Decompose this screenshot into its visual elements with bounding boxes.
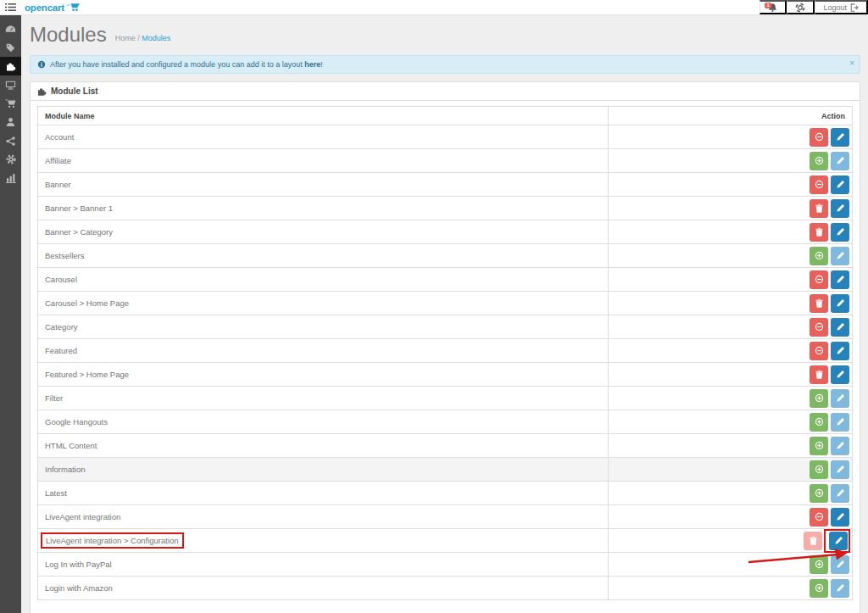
edit-inactive-button[interactable] bbox=[831, 484, 849, 503]
pencil-icon bbox=[834, 536, 843, 545]
pencil-icon bbox=[836, 488, 845, 498]
edit-inactive-button[interactable] bbox=[831, 413, 849, 432]
install-button[interactable] bbox=[810, 413, 828, 432]
module-name: Latest bbox=[45, 488, 67, 498]
close-icon[interactable]: × bbox=[849, 59, 854, 68]
sidebar-item-design[interactable] bbox=[0, 75, 21, 94]
edit-button[interactable] bbox=[831, 318, 849, 337]
uninstall-button[interactable] bbox=[810, 318, 828, 337]
edit-inactive-button[interactable] bbox=[831, 579, 849, 598]
sidebar-item-catalog[interactable] bbox=[0, 38, 21, 57]
support-button[interactable] bbox=[787, 0, 815, 14]
uninstall-button[interactable] bbox=[810, 508, 828, 527]
header-actions: 1 Logout bbox=[760, 0, 868, 14]
module-table: Module Name Action Account Affiliate Ban… bbox=[37, 106, 853, 600]
edit-button[interactable] bbox=[831, 128, 849, 147]
edit-button[interactable] bbox=[831, 176, 849, 194]
opencart-logo[interactable]: opencart bbox=[25, 3, 81, 13]
life-ring-icon bbox=[795, 3, 805, 13]
sidebar-item-system[interactable] bbox=[0, 150, 21, 169]
edit-button[interactable] bbox=[831, 270, 849, 289]
page-head: Modules Home / Modules bbox=[30, 25, 860, 45]
pencil-icon bbox=[836, 275, 845, 284]
table-row: Category bbox=[38, 315, 853, 339]
sidebar-item-customers[interactable] bbox=[0, 113, 21, 131]
sidebar-item-sales[interactable] bbox=[0, 94, 21, 113]
install-button[interactable] bbox=[810, 555, 828, 574]
module-name: Banner > Category bbox=[45, 227, 113, 237]
minus-circle-icon bbox=[815, 346, 824, 355]
edit-inactive-button[interactable] bbox=[831, 460, 849, 479]
install-button[interactable] bbox=[810, 460, 828, 479]
module-table-body: Account Affiliate Banner Banner > Banner… bbox=[38, 125, 853, 600]
edit-button[interactable] bbox=[831, 223, 849, 242]
alert-text: After you have installed and configured … bbox=[50, 60, 323, 69]
table-row: Log In with PayPal bbox=[38, 553, 853, 577]
logo-text: opencart bbox=[25, 3, 64, 13]
sidebar bbox=[0, 15, 21, 613]
module-list-panel: Module List Module Name Action Account A… bbox=[30, 81, 860, 613]
edit-button[interactable] bbox=[831, 365, 849, 384]
edit-inactive-button[interactable] bbox=[831, 247, 849, 265]
uninstall-button[interactable] bbox=[810, 176, 828, 194]
shopping-cart-icon bbox=[5, 98, 16, 109]
edit-inactive-button[interactable] bbox=[831, 555, 849, 574]
edit-button[interactable] bbox=[831, 508, 849, 527]
module-name: Account bbox=[45, 132, 74, 142]
sidebar-item-reports[interactable] bbox=[0, 169, 21, 187]
minus-circle-icon bbox=[815, 180, 824, 189]
uninstall-button[interactable] bbox=[810, 270, 828, 289]
module-name: Login with Amazon bbox=[45, 583, 113, 593]
edit-button[interactable] bbox=[831, 199, 849, 218]
uninstall-button[interactable] bbox=[810, 342, 828, 360]
module-name: Featured > Home Page bbox=[45, 370, 129, 379]
action-cell bbox=[608, 339, 852, 363]
edit-button[interactable] bbox=[831, 342, 849, 360]
edit-inactive-button[interactable] bbox=[831, 152, 849, 170]
logout-label: Logout bbox=[823, 3, 847, 12]
trash-icon bbox=[815, 370, 824, 379]
delete-button[interactable] bbox=[810, 223, 828, 242]
install-button[interactable] bbox=[810, 484, 828, 503]
sidebar-item-marketing[interactable] bbox=[0, 131, 21, 150]
plus-circle-icon bbox=[815, 251, 824, 260]
delete-button[interactable] bbox=[810, 294, 828, 313]
alert-here-link[interactable]: here bbox=[304, 60, 320, 69]
edit-inactive-button[interactable] bbox=[831, 389, 849, 408]
cart-logo-icon bbox=[67, 3, 81, 12]
pencil-icon bbox=[836, 441, 845, 450]
sidebar-item-extensions[interactable] bbox=[0, 57, 21, 75]
table-row: Bestsellers bbox=[38, 244, 853, 268]
notifications-button[interactable]: 1 bbox=[760, 0, 787, 14]
breadcrumb-home[interactable]: Home bbox=[115, 34, 136, 42]
install-button[interactable] bbox=[810, 152, 828, 170]
pencil-icon bbox=[836, 203, 845, 213]
sidebar-item-dashboard[interactable] bbox=[0, 20, 21, 38]
uninstall-button[interactable] bbox=[810, 128, 828, 147]
edit-button[interactable] bbox=[829, 532, 848, 550]
table-row: Affiliate bbox=[38, 149, 853, 173]
logout-button[interactable]: Logout bbox=[815, 0, 868, 14]
delete-button[interactable] bbox=[810, 365, 828, 384]
install-button[interactable] bbox=[810, 389, 828, 408]
delete-button[interactable] bbox=[804, 532, 822, 550]
plus-circle-icon bbox=[815, 583, 824, 593]
install-button[interactable] bbox=[810, 437, 828, 455]
trash-icon bbox=[815, 298, 824, 308]
edit-button[interactable] bbox=[831, 294, 849, 313]
puzzle-icon bbox=[6, 61, 16, 71]
table-row: HTML Content bbox=[38, 434, 853, 458]
table-row: LiveAgent integration bbox=[38, 505, 853, 529]
action-cell bbox=[608, 173, 852, 197]
share-icon bbox=[6, 137, 15, 146]
menu-toggle-button[interactable] bbox=[0, 0, 21, 15]
install-button[interactable] bbox=[810, 247, 828, 265]
bar-chart-icon bbox=[6, 173, 16, 183]
table-row: LiveAgent integration > Configuration bbox=[38, 529, 853, 553]
install-button[interactable] bbox=[810, 579, 828, 598]
edit-inactive-button[interactable] bbox=[831, 437, 849, 455]
delete-button[interactable] bbox=[810, 199, 828, 218]
page-title: Modules bbox=[30, 25, 107, 45]
breadcrumb-modules[interactable]: Modules bbox=[142, 34, 170, 42]
table-row: Featured > Home Page bbox=[38, 363, 853, 387]
